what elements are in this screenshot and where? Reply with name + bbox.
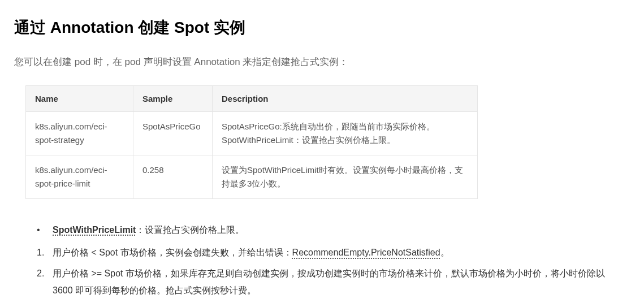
cell-name: k8s.aliyun.com/eci-spot-price-limit: [26, 155, 133, 199]
bullet-label: SpotWithPriceLimit: [53, 225, 136, 235]
th-description: Description: [213, 86, 478, 112]
ol-number: 2.: [37, 265, 53, 282]
bullet-text: SpotWithPriceLimit：设置抢占实例价格上限。: [53, 222, 244, 239]
cell-description: 设置为SpotWithPriceLimit时有效。设置实例每小时最高价格，支持最…: [213, 155, 478, 199]
intro-text: 您可以在创建 pod 时，在 pod 声明时设置 Annotation 来指定创…: [14, 55, 630, 68]
cell-sample: 0.258: [133, 155, 213, 199]
list-section: • SpotWithPriceLimit：设置抢占实例价格上限。 1. 用户价格…: [14, 222, 630, 303]
cell-description: SpotAsPriceGo:系统自动出价，跟随当前市场实际价格。SpotWith…: [213, 112, 478, 155]
table-row: k8s.aliyun.com/eci-spot-strategy SpotAsP…: [26, 112, 478, 155]
ol-number: 1.: [37, 244, 53, 261]
ol-post: 。: [440, 248, 449, 257]
ol-text: 用户价格 >= Spot 市场价格，如果库存充足则自动创建实例，按成功创建实例时…: [53, 265, 618, 300]
ol-pre: 用户价格 < Spot 市场价格，实例会创建失败，并给出错误：: [53, 248, 292, 257]
bullet-item: • SpotWithPriceLimit：设置抢占实例价格上限。: [37, 222, 630, 239]
table-row: k8s.aliyun.com/eci-spot-price-limit 0.25…: [26, 155, 478, 199]
ol-text: 用户价格 < Spot 市场价格，实例会创建失败，并给出错误：Recommend…: [53, 244, 618, 261]
page-title: 通过 Annotation 创建 Spot 实例: [14, 17, 630, 38]
annotation-table-wrap: Name Sample Description k8s.aliyun.com/e…: [14, 85, 630, 199]
list-item: 2. 用户价格 >= Spot 市场价格，如果库存充足则自动创建实例，按成功创建…: [37, 265, 630, 300]
th-sample: Sample: [133, 86, 213, 112]
error-code: RecommendEmpty.PriceNotSatisfied: [292, 248, 440, 257]
bullet-marker-icon: •: [37, 222, 53, 239]
cell-sample: SpotAsPriceGo: [133, 112, 213, 155]
cell-name: k8s.aliyun.com/eci-spot-strategy: [26, 112, 133, 155]
list-item: 1. 用户价格 < Spot 市场价格，实例会创建失败，并给出错误：Recomm…: [37, 244, 630, 261]
th-name: Name: [26, 86, 133, 112]
annotation-table: Name Sample Description k8s.aliyun.com/e…: [25, 85, 478, 199]
bullet-rest: ：设置抢占实例价格上限。: [136, 225, 244, 235]
